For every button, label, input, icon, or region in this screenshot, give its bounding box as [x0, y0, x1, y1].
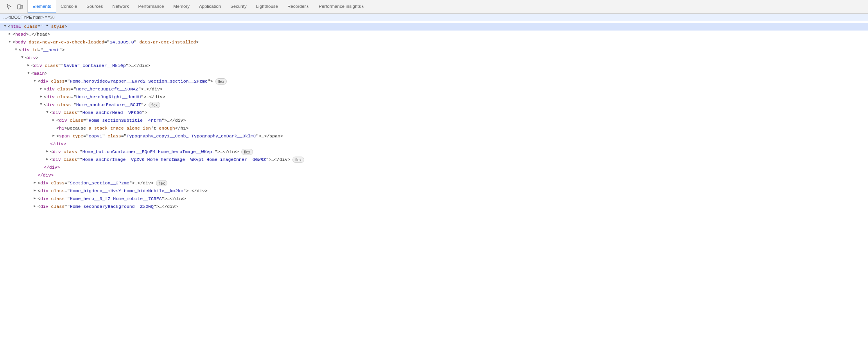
tree-line[interactable]: <div class="Home_buttonContainer__EQoF4 … — [0, 148, 868, 156]
tree-toggle[interactable] — [14, 48, 18, 52]
tree-line[interactable]: <div> — [0, 54, 868, 62]
tree-toggle[interactable] — [8, 32, 12, 36]
tree-toggle[interactable] — [8, 40, 12, 44]
tree-line[interactable]: <div id="__next"> — [0, 46, 868, 54]
tab-console[interactable]: Console — [56, 0, 82, 13]
element-html: <div class="Home_buttonContainer__EQoF4 … — [50, 148, 239, 156]
tree-line[interactable]: <div class="Home_sectionSubtitle__4rtrm"… — [0, 117, 868, 124]
element-html: <div class="Home_anchorImage__VpZv6 Home… — [50, 156, 290, 164]
tree-toggle[interactable] — [33, 197, 37, 201]
tree-toggle[interactable] — [45, 158, 49, 162]
devtools-tab-bar: Elements Console Sources Network Perform… — [0, 0, 868, 14]
tree-line[interactable]: <span type="copy1" class="Typography_cop… — [0, 132, 868, 140]
tree-toggle[interactable] — [39, 95, 43, 99]
tab-elements[interactable]: Elements — [28, 0, 56, 13]
tab-network[interactable]: Network — [108, 0, 133, 13]
tree-line[interactable]: <div class="Home_heroVideoWrapper__EHYd2… — [0, 78, 868, 85]
tree-line[interactable]: <h1>Because a stack trace alone isn't en… — [0, 124, 868, 132]
element-html: <div id="__next"> — [19, 46, 65, 54]
tree-line[interactable]: <div class="Home_hero__9_fZ Home_mobile_… — [0, 195, 868, 203]
tree-toggle[interactable] — [45, 150, 49, 154]
tree-line[interactable]: </div> — [0, 140, 868, 148]
element-html: <div class="Home_anchorHead__VFK66"> — [50, 109, 147, 117]
tab-performance-insights[interactable]: Performance insights ▲ — [314, 0, 369, 13]
element-html: <head>…</head> — [13, 31, 50, 38]
tree-toggle[interactable] — [33, 181, 37, 185]
tab-security[interactable]: Security — [226, 0, 251, 13]
tree-toggle[interactable] — [33, 205, 37, 209]
element-html: </div> — [44, 164, 60, 171]
element-html: <div class="Home_heroVideoWrapper__EHYd2… — [38, 78, 213, 85]
flex-badge: flex — [156, 180, 168, 186]
device-icon[interactable] — [16, 2, 24, 11]
element-html: <div class="Home_hero__9_fZ Home_mobile_… — [38, 195, 186, 203]
element-html: <h1>Because a stack trace alone isn't en… — [56, 124, 188, 132]
elements-panel: <html class=" " style><head>…</head><bod… — [0, 21, 868, 212]
element-html: <body data-new-gr-c-s-check-loaded="14.1… — [13, 38, 199, 46]
svg-rect-1 — [21, 5, 23, 8]
element-html: </div> — [38, 171, 54, 179]
element-html: <div class="Section_section__2Pzmc">…</d… — [38, 179, 154, 187]
element-html: <div class="Home_secondaryBackground__Zx… — [38, 203, 178, 211]
tree-toggle[interactable] — [39, 87, 43, 91]
tree-line[interactable]: <div class="Navbar_container__Hki0p">…</… — [0, 62, 868, 70]
tree-toggle[interactable] — [33, 79, 37, 83]
tree-line[interactable]: <div class="Home_heroBugLeft__SONAZ">…</… — [0, 85, 868, 93]
element-html: <div class="Home_sectionSubtitle__4rtrm"… — [56, 117, 186, 124]
element-html: <div class="Navbar_container__Hki0p">…</… — [31, 62, 150, 70]
tree-line[interactable]: <head>…</head> — [0, 31, 868, 38]
tree-line[interactable]: <div class="Home_secondaryBackground__Zx… — [0, 203, 868, 211]
tree-toggle[interactable] — [33, 189, 37, 193]
tree-line[interactable]: <div class="Home_anchorImage__VpZv6 Home… — [0, 156, 868, 164]
tree-line[interactable]: </div> — [0, 171, 868, 179]
element-html: </div> — [50, 140, 66, 148]
tree-line[interactable]: <div class="Home_anchorHead__VFK66"> — [0, 109, 868, 117]
element-html: <main> — [31, 70, 47, 78]
tree-toggle[interactable] — [45, 111, 49, 115]
tree-toggle[interactable] — [52, 119, 56, 123]
tree-toggle[interactable] — [39, 103, 43, 107]
tree-toggle[interactable] — [27, 72, 30, 76]
tree-line[interactable]: <main> — [0, 70, 868, 78]
flex-badge: flex — [215, 78, 227, 85]
tree-line[interactable]: <body data-new-gr-c-s-check-loaded="14.1… — [0, 38, 868, 46]
tab-memory[interactable]: Memory — [169, 0, 194, 13]
tab-sources[interactable]: Sources — [82, 0, 108, 13]
devtools-toolbar-icons — [2, 0, 28, 13]
tree-line[interactable]: <div class="Section_section__2Pzmc">…</d… — [0, 179, 868, 187]
tab-application[interactable]: Application — [194, 0, 226, 13]
element-html: <div> — [25, 54, 39, 62]
element-html: <div class="Home_heroBugLeft__SONAZ">…</… — [44, 85, 163, 93]
element-html: <html class=" " style> — [8, 23, 67, 31]
tree-toggle[interactable] — [52, 134, 56, 138]
element-html: <div class="Home_bigHero__mHvsY Home_hid… — [38, 187, 208, 195]
flex-badge: flex — [292, 157, 304, 163]
flex-badge: flex — [149, 102, 160, 108]
tree-toggle[interactable] — [20, 56, 24, 60]
cursor-icon[interactable] — [5, 2, 13, 11]
tree-line[interactable]: <div class="Home_bigHero__mHvsY Home_hid… — [0, 187, 868, 195]
tree-line[interactable]: <html class=" " style> — [0, 23, 868, 31]
element-html: <div class="Home_anchorFeature__BCJT"> — [44, 101, 146, 109]
tab-lighthouse[interactable]: Lighthouse — [251, 0, 283, 13]
tree-line[interactable]: <div class="Home_heroBugRight__dcnHU">…<… — [0, 93, 868, 101]
tree-toggle[interactable] — [3, 25, 7, 29]
tab-recorder[interactable]: Recorder ▲ — [283, 0, 314, 13]
tree-line[interactable]: <div class="Home_anchorFeature__BCJT">fl… — [0, 101, 868, 109]
tree-toggle[interactable] — [27, 64, 30, 68]
element-html: <div class="Home_heroBugRight__dcnHU">…<… — [44, 93, 165, 101]
flex-badge: flex — [241, 149, 253, 155]
info-bar: … <!DOCTYPE html> == $0 — [0, 14, 868, 21]
svg-point-2 — [19, 8, 19, 9]
tree-line[interactable]: </div> — [0, 164, 868, 171]
element-html: <span type="copy1" class="Typography_cop… — [56, 132, 283, 140]
tab-performance[interactable]: Performance — [134, 0, 169, 13]
